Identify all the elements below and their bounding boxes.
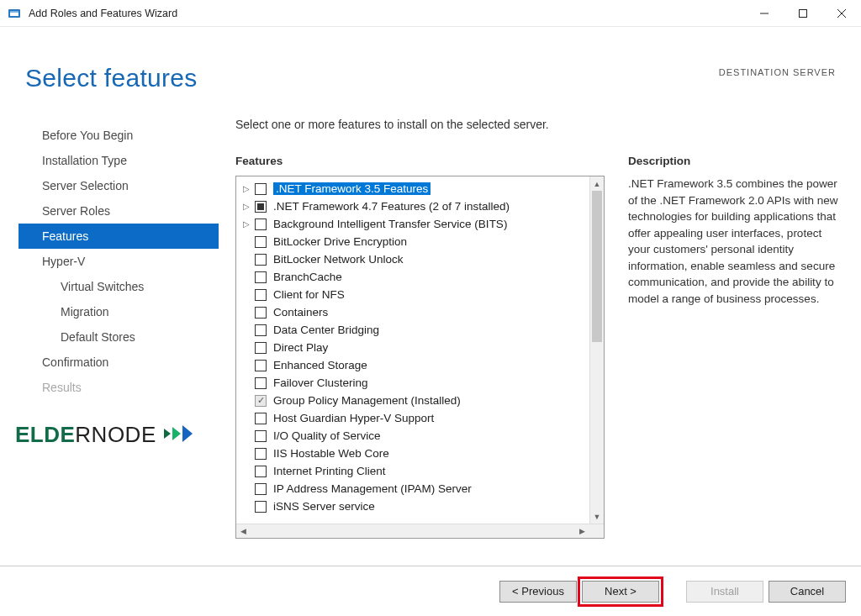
- tree-expander-icon[interactable]: ▷: [243, 219, 255, 229]
- feature-row[interactable]: Client for NFS: [236, 286, 604, 303]
- main-panel: Select one or more features to install o…: [219, 118, 843, 539]
- feature-row[interactable]: Internet Printing Client: [236, 462, 604, 480]
- feature-row[interactable]: I/O Quality of Service: [236, 427, 604, 445]
- feature-checkbox[interactable]: [255, 324, 267, 336]
- feature-checkbox[interactable]: [255, 201, 267, 213]
- feature-checkbox[interactable]: [255, 448, 267, 460]
- scroll-down-arrow-icon[interactable]: ▼: [590, 509, 604, 524]
- feature-label: IIS Hostable Web Core: [273, 447, 389, 460]
- feature-row[interactable]: Host Guardian Hyper-V Support: [236, 409, 604, 427]
- svg-marker-8: [172, 427, 181, 440]
- header: Select features DESTINATION SERVER: [0, 27, 861, 92]
- description-heading: Description: [628, 155, 843, 167]
- feature-checkbox[interactable]: [255, 501, 267, 513]
- minimize-button[interactable]: [745, 0, 784, 27]
- feature-checkbox[interactable]: [255, 307, 267, 319]
- feature-row[interactable]: Failover Clustering: [236, 374, 604, 392]
- feature-checkbox[interactable]: [255, 413, 267, 424]
- wizard-nav: Before You BeginInstallation TypeServer …: [18, 118, 219, 539]
- feature-label: Data Center Bridging: [273, 324, 379, 336]
- watermark-logo: ELDERNODE: [15, 422, 193, 450]
- nav-item-server-roles[interactable]: Server Roles: [18, 198, 219, 224]
- feature-checkbox: [255, 395, 267, 407]
- feature-label: .NET Framework 3.5 Features: [273, 182, 430, 195]
- feature-checkbox[interactable]: [255, 360, 267, 371]
- feature-label: .NET Framework 4.7 Features (2 of 7 inst…: [273, 200, 510, 213]
- cancel-button[interactable]: Cancel: [769, 581, 846, 603]
- feature-checkbox[interactable]: [255, 289, 267, 301]
- feature-row[interactable]: ▷.NET Framework 3.5 Features: [236, 180, 604, 197]
- maximize-button[interactable]: [784, 0, 822, 27]
- feature-checkbox[interactable]: [255, 430, 267, 442]
- logo-arrows-icon: [164, 424, 193, 450]
- window-title: Add Roles and Features Wizard: [29, 8, 177, 19]
- description-text: .NET Framework 3.5 combines the power of…: [628, 176, 843, 308]
- feature-row[interactable]: Enhanced Storage: [236, 356, 604, 374]
- features-column: Features ▷.NET Framework 3.5 Features▷.N…: [235, 155, 605, 539]
- feature-label: BitLocker Network Unlock: [273, 253, 404, 266]
- tree-expander-icon[interactable]: ▷: [243, 184, 255, 193]
- feature-label: iSNS Server service: [273, 500, 375, 513]
- feature-row[interactable]: BitLocker Drive Encryption: [236, 233, 604, 250]
- instruction-text: Select one or more features to install o…: [235, 118, 843, 131]
- feature-label: Host Guardian Hyper-V Support: [273, 412, 434, 424]
- scroll-thumb[interactable]: [592, 191, 602, 342]
- feature-row[interactable]: Data Center Bridging: [236, 321, 604, 339]
- svg-marker-7: [164, 429, 171, 439]
- feature-label: Direct Play: [273, 341, 328, 354]
- scroll-left-arrow-icon[interactable]: ◀: [236, 524, 251, 538]
- nav-item-before-you-begin[interactable]: Before You Begin: [18, 123, 219, 148]
- horizontal-scrollbar[interactable]: ◀ ▶: [236, 524, 604, 538]
- feature-row[interactable]: ▷.NET Framework 4.7 Features (2 of 7 ins…: [236, 197, 604, 215]
- next-button[interactable]: Next >: [582, 581, 659, 603]
- feature-checkbox[interactable]: [255, 271, 267, 283]
- feature-label: Group Policy Management (Installed): [273, 394, 461, 407]
- feature-checkbox[interactable]: [255, 342, 267, 354]
- feature-row[interactable]: IP Address Management (IPAM) Server: [236, 480, 604, 498]
- feature-checkbox[interactable]: [255, 218, 267, 230]
- scroll-right-arrow-icon[interactable]: ▶: [575, 524, 589, 538]
- features-heading: Features: [235, 155, 605, 167]
- button-row: < Previous Next > Install Cancel: [0, 566, 861, 616]
- scroll-up-arrow-icon[interactable]: ▲: [590, 176, 604, 191]
- feature-row[interactable]: ▷Background Intelligent Transfer Service…: [236, 215, 604, 233]
- feature-row[interactable]: iSNS Server service: [236, 498, 604, 515]
- feature-row[interactable]: IIS Hostable Web Core: [236, 445, 604, 462]
- tree-expander-icon[interactable]: ▷: [243, 202, 255, 211]
- feature-label: IP Address Management (IPAM) Server: [273, 482, 472, 495]
- feature-label: Enhanced Storage: [273, 359, 367, 371]
- feature-label: Internet Printing Client: [273, 465, 386, 477]
- nav-item-migration[interactable]: Migration: [18, 299, 219, 324]
- titlebar: Add Roles and Features Wizard: [0, 0, 861, 27]
- nav-item-server-selection[interactable]: Server Selection: [18, 173, 219, 198]
- feature-row[interactable]: BitLocker Network Unlock: [236, 250, 604, 268]
- nav-item-default-stores[interactable]: Default Stores: [18, 324, 219, 350]
- feature-checkbox[interactable]: [255, 466, 267, 477]
- feature-label: BranchCache: [273, 271, 342, 283]
- feature-row[interactable]: Group Policy Management (Installed): [236, 392, 604, 409]
- feature-checkbox[interactable]: [255, 483, 267, 495]
- previous-button[interactable]: < Previous: [499, 581, 577, 603]
- app-icon: [7, 6, 22, 21]
- feature-row[interactable]: Direct Play: [236, 339, 604, 356]
- nav-item-confirmation[interactable]: Confirmation: [18, 350, 219, 375]
- vertical-scrollbar[interactable]: ▲ ▼: [589, 176, 604, 524]
- feature-row[interactable]: BranchCache: [236, 268, 604, 286]
- svg-rect-2: [10, 11, 18, 13]
- feature-checkbox[interactable]: [255, 236, 267, 248]
- features-tree-body[interactable]: ▷.NET Framework 3.5 Features▷.NET Framew…: [236, 176, 604, 524]
- nav-item-virtual-switches[interactable]: Virtual Switches: [18, 274, 219, 299]
- feature-row[interactable]: Containers: [236, 303, 604, 321]
- feature-label: I/O Quality of Service: [273, 429, 381, 442]
- close-button[interactable]: [822, 0, 861, 27]
- nav-item-hyper-v[interactable]: Hyper-V: [18, 249, 219, 274]
- nav-item-features[interactable]: Features: [18, 224, 219, 249]
- nav-item-installation-type[interactable]: Installation Type: [18, 148, 219, 173]
- feature-checkbox[interactable]: [255, 377, 267, 389]
- page-title: Select features: [25, 64, 198, 92]
- svg-marker-9: [182, 425, 193, 442]
- install-button: Install: [686, 581, 763, 603]
- feature-checkbox[interactable]: [255, 254, 267, 266]
- feature-checkbox[interactable]: [255, 183, 267, 195]
- feature-label: Client for NFS: [273, 288, 345, 301]
